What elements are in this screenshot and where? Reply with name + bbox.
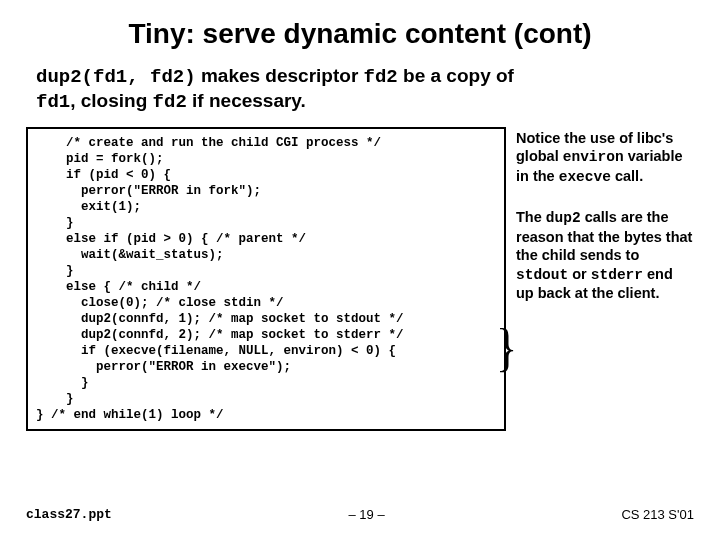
- s2f: stderr: [591, 267, 643, 283]
- intro-seg-4: if necessary.: [187, 90, 306, 111]
- intro-text: dup2(fd1, fd2) makes descriptor fd2 be a…: [26, 64, 694, 115]
- s2b: dup2: [546, 210, 581, 226]
- slide: Tiny: serve dynamic content (cont) dup2(…: [0, 0, 720, 540]
- footer-course: CS 213 S'01: [621, 507, 694, 522]
- s1e: call.: [611, 168, 643, 184]
- s2d: stdout: [516, 267, 568, 283]
- intro-seg-3: , closing: [70, 90, 152, 111]
- footer-page-number: – 19 –: [349, 507, 385, 522]
- curly-brace-icon: }: [496, 322, 517, 375]
- intro-seg-2: be a copy of: [398, 65, 514, 86]
- intro-code-4: fd2: [153, 91, 187, 113]
- intro-code-1: dup2(fd1, fd2): [36, 66, 196, 88]
- slide-footer: class27.ppt – 19 – CS 213 S'01: [26, 507, 694, 522]
- s1b: environ: [563, 149, 624, 165]
- footer-filename: class27.ppt: [26, 507, 112, 522]
- content-columns: /* create and run the child CGI process …: [26, 127, 694, 431]
- side-note-1: Notice the use of libc's global environ …: [516, 129, 694, 187]
- s1d: execve: [559, 169, 611, 185]
- s2e: or: [568, 266, 591, 282]
- side-notes: Notice the use of libc's global environ …: [516, 127, 694, 431]
- code-block: /* create and run the child CGI process …: [26, 127, 506, 431]
- slide-title: Tiny: serve dynamic content (cont): [26, 18, 694, 50]
- intro-seg-1: makes descriptor: [196, 65, 364, 86]
- intro-code-3: fd1: [36, 91, 70, 113]
- intro-code-2: fd2: [364, 66, 398, 88]
- s2a: The: [516, 209, 546, 225]
- side-note-2: The dup2 calls are the reason that the b…: [516, 208, 694, 303]
